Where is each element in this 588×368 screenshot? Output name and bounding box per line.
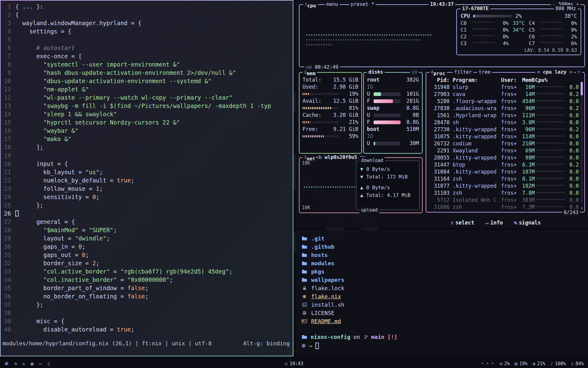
- tray-icon[interactable]: •: [481, 361, 484, 366]
- tray-icon[interactable]: •: [491, 361, 494, 366]
- column-program[interactable]: Program:: [453, 77, 501, 84]
- clipboard-icon[interactable]: ▣: [31, 361, 33, 366]
- process-row[interactable]: 31164zshfros+8.1M0.0: [429, 175, 579, 182]
- disks-io-toggle[interactable]: io: [410, 69, 419, 75]
- process-row[interactable]: 31447btopfros+6.3M0.2: [429, 161, 579, 168]
- code-line[interactable]: 28 "$mainMod" = "SUPER";: [1, 226, 293, 234]
- sort-prev-icon[interactable]: <: [537, 69, 540, 75]
- editor-command-line[interactable]: [1, 347, 293, 356]
- info-action[interactable]: ↵info: [485, 219, 503, 226]
- code-line[interactable]: 8 "systemctl --user import-environment &…: [1, 60, 293, 69]
- code-line[interactable]: 11 "nm-applet &": [1, 85, 293, 94]
- power-icon[interactable]: ⊙: [14, 361, 17, 366]
- battery-module[interactable]: ▯84%: [571, 361, 584, 366]
- process-row[interactable]: 5712Isolated Web Cfros+303M0.0: [429, 197, 579, 204]
- code-line[interactable]: 10 "dbus-update-activation-environment -…: [1, 77, 293, 85]
- proc-tree-button[interactable]: tree: [477, 69, 492, 75]
- code-line[interactable]: 29 layout = "dwindle";: [1, 234, 293, 243]
- process-row[interactable]: 27903cavafros+14M0.2: [429, 91, 579, 98]
- tray-icon[interactable]: •: [486, 361, 489, 366]
- code-line[interactable]: 3 wayland.windowManager.hyprland = {: [1, 19, 293, 27]
- scroll-down-icon[interactable]: ↓: [580, 204, 583, 211]
- memory-module[interactable]: ▤19%: [514, 361, 527, 366]
- display-icon[interactable]: ▭: [39, 361, 42, 366]
- process-row[interactable]: 27730.kitty-wrappedfros+96M0.2: [429, 126, 579, 133]
- sort-next-icon[interactable]: >: [569, 69, 572, 75]
- column-pid[interactable]: Pid:: [429, 77, 450, 84]
- process-row[interactable]: 31086zshfros+7.3M0.0: [429, 204, 579, 211]
- process-row[interactable]: 31077.kitty-wrappedfros+102M0.0: [429, 182, 579, 190]
- preset-button[interactable]: preset *: [349, 1, 376, 8]
- editor-pane[interactable]: 1{ ... }:2{3 wayland.windowManager.hyprl…: [0, 0, 293, 356]
- volume-module[interactable]: ♪100%: [550, 361, 566, 366]
- process-row[interactable]: 5280.floorp-wrappefros+454M0.0: [429, 98, 579, 105]
- column-user[interactable]: User:: [501, 77, 519, 84]
- clock-module[interactable]: ◷ 19:43: [285, 361, 303, 366]
- process-row[interactable]: 2291Xwaylandfros+69M0.0: [429, 147, 579, 154]
- code-line[interactable]: 14 "sleep 1 && swaylock": [1, 110, 293, 118]
- reload-icon[interactable]: ↻: [22, 361, 25, 366]
- code-line[interactable]: 38: [1, 309, 293, 317]
- code-line[interactable]: 31 gaps_out = 0;: [1, 251, 293, 259]
- code-line[interactable]: 13 "swaybg -m fill -i $(find ~/Pictures/…: [1, 102, 293, 110]
- code-line[interactable]: 37 };: [1, 301, 293, 309]
- select-action[interactable]: ↕select: [450, 219, 474, 226]
- code-line[interactable]: 23 follow_mouse = 1;: [1, 185, 293, 193]
- code-line[interactable]: 21 kb_layout = "us";: [1, 168, 293, 176]
- proc-header-row[interactable]: Pid: Program: User: MemB Cpu%: [429, 76, 579, 84]
- net-prev-icon[interactable]: <: [316, 154, 319, 160]
- cpu-box-title[interactable]: 1cpu: [303, 1, 318, 8]
- nix-menu-icon[interactable]: ❄: [4, 361, 9, 367]
- proc-scrollbar[interactable]: [581, 82, 583, 203]
- code-line[interactable]: 17 "mako &": [1, 135, 293, 143]
- code-line[interactable]: 34 "col.inactive_border" = "0x00000000";: [1, 276, 293, 284]
- disk-module[interactable]: ◑21%: [533, 361, 545, 366]
- code-line[interactable]: 20 input = {: [1, 160, 293, 168]
- code-line[interactable]: 39 misc = {: [1, 317, 293, 325]
- code-line[interactable]: 26: [1, 209, 293, 218]
- process-row[interactable]: 27830.audacious-wrafros+96M0.2: [429, 105, 579, 112]
- code-line[interactable]: 2{: [1, 11, 293, 19]
- code-line[interactable]: 40 disable_autoreload = true;: [1, 325, 293, 334]
- proc-scroll-up[interactable]: ↑: [576, 69, 582, 75]
- prompt-input-line[interactable]: ❄ →: [301, 342, 582, 350]
- proc-box-title[interactable]: 4proc: [429, 69, 447, 75]
- process-row[interactable]: 28470shfros+3.8M0.0: [429, 119, 579, 126]
- proc-filter-button[interactable]: filter: [453, 69, 473, 75]
- music-icon[interactable]: ♫: [47, 361, 50, 366]
- code-line[interactable]: 32 border_size = 2;: [1, 259, 293, 267]
- signals-action[interactable]: ↹signals: [514, 219, 541, 226]
- proc-scrollbar-thumb[interactable]: [581, 82, 583, 95]
- process-row[interactable]: 31948slurpfros+16M0.0: [429, 84, 579, 91]
- cpu-module[interactable]: ⚙2%: [499, 361, 510, 366]
- code-line[interactable]: 24 sensitivity = 0;: [1, 193, 293, 201]
- code-line[interactable]: 15 "hyprctl setcursor Nordzy-cursors 22 …: [1, 118, 293, 127]
- code-line[interactable]: 7 exec-once = [: [1, 52, 293, 60]
- code-line[interactable]: 9 "hash dbus-update-activation-environme…: [1, 69, 293, 77]
- code-line[interactable]: 18 ];: [1, 143, 293, 151]
- code-line[interactable]: 4 settings = {: [1, 27, 293, 36]
- column-memb[interactable]: MemB: [519, 77, 535, 84]
- proc-sort-selector[interactable]: < cpu lazy >: [535, 69, 574, 75]
- disks-box-title[interactable]: disks: [367, 69, 385, 75]
- process-row[interactable]: 26732codiumfros+210M0.0: [429, 140, 579, 147]
- mem-box-title[interactable]: 2mem: [303, 69, 317, 75]
- process-row[interactable]: 31103zshfros+7.8M0.0: [429, 190, 579, 197]
- code-line[interactable]: 22 numlock_by_default = true;: [1, 176, 293, 185]
- code-line[interactable]: 30 gaps_in = 0;: [1, 243, 293, 251]
- code-line[interactable]: 25 };: [1, 201, 293, 209]
- code-line[interactable]: 5: [1, 36, 293, 44]
- process-row[interactable]: 1561.Hyprland-wrapfros+111M0.0: [429, 112, 579, 119]
- code-line[interactable]: 6 # autostart: [1, 44, 293, 52]
- code-line[interactable]: 36 no_border_on_floating = false;: [1, 292, 293, 301]
- column-cpu[interactable]: Cpu%: [535, 77, 548, 84]
- code-line[interactable]: 33 "col.active_border" = "rgb(cba6f7) rg…: [1, 267, 293, 276]
- menu-button[interactable]: menu: [325, 1, 340, 8]
- terminal-window[interactable]: .git.githubhostsmodulespkgswallpapersfla…: [296, 230, 588, 356]
- process-row[interactable]: 31075.kitty-wrappedfros+114M0.0: [429, 133, 579, 140]
- process-row[interactable]: 28055.kitty-wrappedfros+98M0.0: [429, 154, 579, 161]
- code-line[interactable]: 35 border_part_of_window = false;: [1, 284, 293, 292]
- code-line[interactable]: 12 "wl-paste --primary --watch wl-copy -…: [1, 94, 293, 102]
- code-line[interactable]: 19: [1, 151, 293, 160]
- code-line[interactable]: 27 general = {: [1, 218, 293, 226]
